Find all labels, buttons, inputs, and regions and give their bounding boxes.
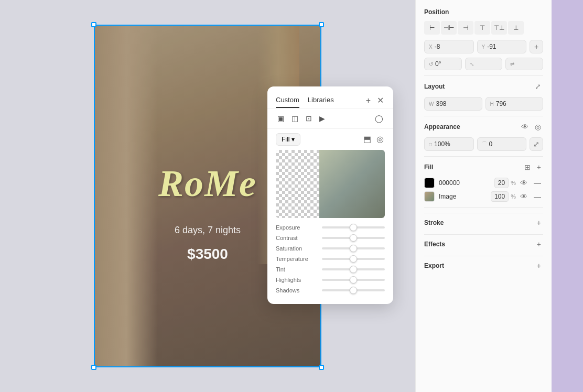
export-header[interactable]: Export + [424, 256, 543, 275]
slider-temperature: Temperature [276, 256, 385, 262]
h-label: H [490, 101, 494, 107]
stroke-title: Stroke [424, 219, 444, 226]
effects-add-btn[interactable]: + [535, 239, 543, 249]
opacity-value: 100% [434, 140, 450, 148]
stroke-add-btn[interactable]: + [535, 217, 543, 228]
panel-close-button[interactable]: ✕ [376, 95, 385, 106]
align-right[interactable]: ⊣ [458, 21, 473, 35]
icon-crop[interactable]: ▣ [276, 113, 286, 124]
temperature-thumb[interactable] [350, 255, 357, 263]
rotation-value: 0° [435, 60, 441, 68]
icon-drop[interactable]: ◯ [373, 113, 385, 124]
opacity-icon: □ [429, 141, 432, 147]
chevron-down-icon: ▾ [292, 136, 295, 143]
fill-title: Fill [424, 164, 433, 171]
fill-remove-0[interactable]: — [532, 178, 543, 188]
icon-mask[interactable]: ⊡ [304, 113, 314, 124]
slider-exposure: Exposure [276, 224, 385, 231]
fill-remove-1[interactable]: — [532, 191, 543, 202]
appearance-opacity-btn[interactable]: ◎ [533, 122, 543, 132]
panel-tab-actions: + ✕ [365, 95, 385, 106]
effects-header[interactable]: Effects + [424, 234, 543, 254]
flip-input[interactable]: ⇌ [505, 58, 543, 70]
exposure-thumb[interactable] [350, 224, 357, 231]
fill-item-0: 000000 20 % 👁 — [424, 178, 543, 188]
contrast-track[interactable] [322, 237, 385, 239]
icon-play[interactable]: ▶ [318, 113, 327, 124]
y-input[interactable]: Y -91 [477, 40, 527, 53]
contrast-thumb[interactable] [350, 234, 357, 242]
appearance-visibility-btn[interactable]: 👁 [519, 122, 531, 132]
height-input[interactable]: H 796 [485, 97, 544, 111]
fill-swatch-0[interactable] [424, 178, 435, 188]
align-center-h[interactable]: ⊣⊢ [441, 21, 457, 35]
fill-action-1[interactable]: ⬒ [362, 134, 372, 145]
align-left[interactable]: ⊢ [424, 21, 440, 35]
appearance-section-header: Appearance 👁 ◎ [424, 122, 543, 132]
position-title: Position [424, 8, 449, 16]
card-price: $3500 [187, 246, 228, 263]
highlights-label: Highlights [276, 277, 318, 283]
shadows-track[interactable] [322, 289, 385, 291]
fill-unit-0: % [511, 180, 516, 186]
y-value: -91 [487, 43, 496, 50]
position-section-header: Position [424, 8, 543, 16]
fill-item-1: Image 100 % 👁 — [424, 191, 543, 202]
layout-expand-btn[interactable]: ⤢ [533, 81, 543, 92]
align-top[interactable]: ⊤ [474, 21, 490, 35]
temperature-track[interactable] [322, 258, 385, 260]
fill-selector: Fill ▾ ⬒ ◎ [267, 129, 393, 150]
tint-thumb[interactable] [350, 266, 357, 273]
fill-visibility-1[interactable]: 👁 [518, 191, 530, 202]
rotation-row: ↺ 0° ⤡ ⇌ [424, 58, 543, 70]
layout-title: Layout [424, 83, 445, 90]
fill-pct-1[interactable]: 100 [491, 191, 509, 202]
rotation-input[interactable]: ↺ 0° [424, 58, 462, 70]
w-value: 398 [436, 100, 446, 107]
fill-add-btn[interactable]: + [535, 162, 543, 172]
export-add-btn[interactable]: + [535, 260, 543, 271]
tint-track[interactable] [322, 268, 385, 270]
fill-action-2[interactable]: ◎ [375, 134, 385, 145]
panel-add-button[interactable]: + [365, 95, 372, 106]
radius-input[interactable]: ⌒ 0 [477, 137, 527, 151]
tab-libraries[interactable]: Libraries [308, 93, 334, 108]
radius-icon: ⌒ [482, 140, 487, 148]
fill-section-header: Fill ⊞ + [424, 162, 543, 172]
fill-grid-btn[interactable]: ⊞ [522, 162, 533, 172]
exposure-track[interactable] [322, 226, 385, 228]
effects-title: Effects [424, 241, 445, 248]
icon-frame[interactable]: ◫ [290, 113, 300, 124]
highlights-track[interactable] [322, 279, 385, 281]
align-bottom[interactable]: ⊥ [508, 21, 524, 35]
tab-custom[interactable]: Custom [276, 93, 299, 108]
appearance-title: Appearance [424, 123, 460, 130]
position-add-btn[interactable]: + [530, 40, 543, 53]
appearance-actions: 👁 ◎ [519, 122, 543, 132]
slider-tint: Tint [276, 266, 385, 273]
rotation-icon: ↺ [429, 61, 433, 67]
shadows-thumb[interactable] [350, 287, 357, 294]
fill-swatch-1[interactable] [424, 191, 435, 202]
opacity-input[interactable]: □ 100% [424, 137, 474, 151]
effects-section: Effects + [424, 234, 543, 254]
fill-pct-0[interactable]: 20 [494, 178, 509, 188]
highlights-thumb[interactable] [350, 276, 357, 284]
panel-tabs: Custom Libraries + ✕ [267, 86, 393, 108]
fill-visibility-0[interactable]: 👁 [518, 178, 530, 188]
radius-value: 0 [489, 140, 493, 148]
x-label: X [429, 44, 433, 50]
appearance-add-btn[interactable]: ⤢ [530, 137, 543, 151]
export-section: Export + [424, 256, 543, 275]
stroke-header[interactable]: Stroke + [424, 213, 543, 232]
x-input[interactable]: X -8 [424, 40, 474, 53]
fill-dropdown[interactable]: Fill ▾ [276, 133, 300, 146]
fill-action-btns: ⬒ ◎ [362, 134, 385, 145]
saturation-thumb[interactable] [350, 245, 357, 252]
temperature-label: Temperature [276, 256, 318, 262]
tint-label: Tint [276, 266, 318, 273]
width-input[interactable]: W 398 [424, 97, 482, 111]
scale-input[interactable]: ⤡ [465, 58, 503, 70]
saturation-track[interactable] [322, 247, 385, 249]
align-center-v[interactable]: ⊤⊥ [491, 21, 507, 35]
